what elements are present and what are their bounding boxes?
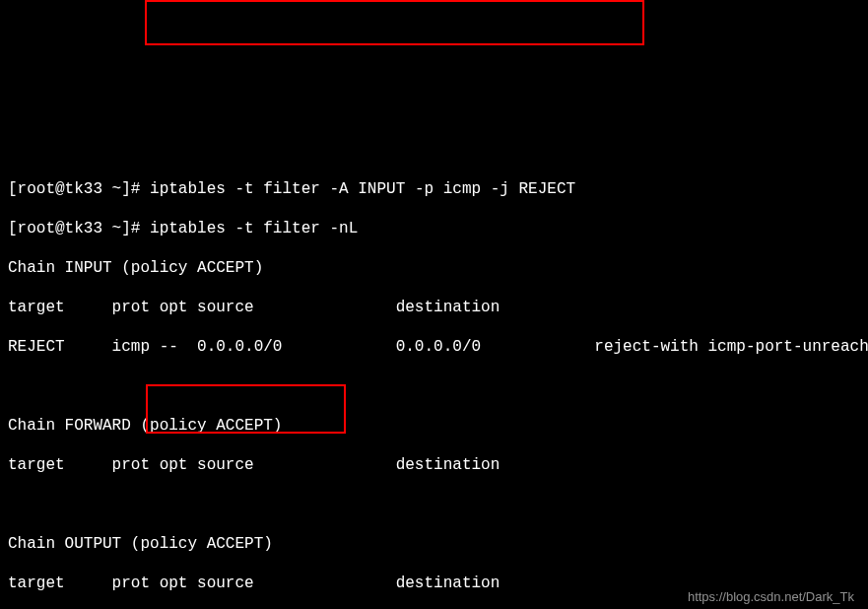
blank-line: [8, 495, 860, 514]
highlight-box-1: [145, 0, 644, 45]
blank-line: [8, 376, 860, 396]
watermark-text: https://blog.csdn.net/Dark_Tk: [688, 589, 854, 605]
output-chain-output: Chain OUTPUT (policy ACCEPT): [8, 534, 860, 554]
output-header: target prot opt source destination: [8, 298, 860, 317]
shell-prompt: [root@tk33 ~]#: [8, 220, 150, 237]
output-header: target prot opt source destination: [8, 455, 860, 475]
output-chain-forward: Chain FORWARD (policy ACCEPT): [8, 416, 860, 436]
terminal-line: [root@tk33 ~]# iptables -t filter -A INP…: [8, 179, 860, 199]
output-reject-rule: REJECT icmp -- 0.0.0.0/0 0.0.0.0/0 rejec…: [8, 337, 860, 357]
command-text[interactable]: iptables -t filter -nL: [150, 220, 358, 237]
shell-prompt: [root@tk33 ~]#: [8, 180, 150, 198]
command-text[interactable]: iptables -t filter -A INPUT -p icmp -j R…: [150, 180, 575, 198]
output-chain-input: Chain INPUT (policy ACCEPT): [8, 258, 860, 278]
terminal-line: [root@tk33 ~]# iptables -t filter -nL: [8, 219, 860, 238]
